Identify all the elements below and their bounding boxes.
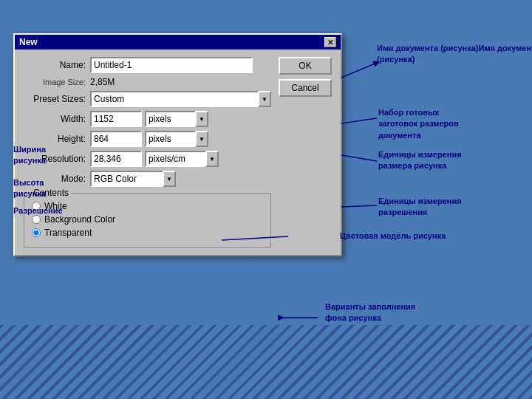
- height-unit-select[interactable]: pixels cm inches: [145, 131, 197, 147]
- title-bar: New ✕: [15, 35, 341, 50]
- transparent-radio-row: Transparent: [32, 228, 263, 238]
- height-unit-arrow[interactable]: ▼: [195, 131, 208, 147]
- ok-button[interactable]: OK: [279, 57, 332, 75]
- transparent-label: Transparent: [44, 228, 92, 238]
- svg-line-2: [341, 155, 377, 161]
- height-label: Height:: [24, 134, 90, 144]
- new-document-dialog: New ✕ Name: Image Size: 2,85M Preset Siz…: [13, 33, 342, 256]
- mode-select[interactable]: RGB Color CMYK Color Grayscale: [90, 171, 164, 187]
- width-input[interactable]: [90, 111, 142, 127]
- ann-color-mode: Цветовая модель рисунка: [340, 231, 446, 242]
- width-unit-select[interactable]: pixels cm inches: [145, 111, 197, 127]
- preset-row: Preset Sizes: Custom 640x480 800x600 102…: [24, 91, 271, 107]
- resolution-row: Resolution: pixels/cm pixels/inch ▼: [24, 151, 271, 167]
- resolution-input[interactable]: [90, 151, 142, 167]
- name-row: Name:: [24, 57, 271, 73]
- ann-height-ru: Высотарисунка: [13, 177, 46, 200]
- resolution-unit-select[interactable]: pixels/cm pixels/inch: [145, 151, 207, 167]
- ann-width-unit: Единицы измеренияразмера рисунка: [378, 149, 462, 172]
- ann-resolution-unit: Единицы измеренияразрешения: [378, 196, 462, 219]
- ann-resolution-ru: Разрешение: [13, 205, 63, 216]
- preset-select-arrow[interactable]: ▼: [258, 91, 271, 107]
- preset-label: Preset Sizes:: [24, 94, 90, 104]
- ann-doc-name: Имя документа (рисунка)Имя документа(рис…: [377, 43, 532, 66]
- transparent-radio[interactable]: [32, 228, 41, 237]
- mode-row: Mode: RGB Color CMYK Color Grayscale ▼: [24, 171, 271, 187]
- svg-line-0: [341, 63, 377, 78]
- width-row: Width: pixels cm inches ▼: [24, 111, 271, 127]
- name-input[interactable]: [90, 57, 253, 73]
- image-size-label: Image Size:: [24, 78, 90, 86]
- resolution-unit-arrow[interactable]: ▼: [205, 151, 219, 167]
- image-size-row: Image Size: 2,85M: [24, 77, 271, 87]
- image-size-value: 2,85M: [90, 77, 115, 87]
- svg-line-1: [341, 118, 377, 123]
- ann-preset: Набор готовыхзаготовок размеровдокумента: [378, 107, 459, 141]
- cancel-button[interactable]: Cancel: [279, 79, 332, 97]
- width-unit-arrow[interactable]: ▼: [195, 111, 208, 127]
- height-input[interactable]: [90, 131, 142, 147]
- preset-select[interactable]: Custom 640x480 800x600 1024x768: [90, 91, 259, 107]
- close-button[interactable]: ✕: [324, 37, 336, 47]
- white-radio-row: White: [32, 201, 263, 211]
- height-row: Height: pixels cm inches ▼: [24, 131, 271, 147]
- button-area: OK Cancel: [279, 57, 332, 248]
- dialog-title: New: [19, 37, 38, 47]
- name-label: Name:: [24, 60, 90, 70]
- contents-group: Contents White Background Color Transpar…: [24, 193, 271, 248]
- width-label: Width:: [24, 114, 90, 124]
- svg-line-3: [341, 205, 377, 207]
- bg-radio-row: Background Color: [32, 214, 263, 225]
- ann-width-ru: Ширинарисунка: [13, 144, 46, 167]
- mode-select-arrow[interactable]: ▼: [163, 171, 176, 187]
- ann-fill: Варианты заполненияфона рисунка: [325, 301, 415, 324]
